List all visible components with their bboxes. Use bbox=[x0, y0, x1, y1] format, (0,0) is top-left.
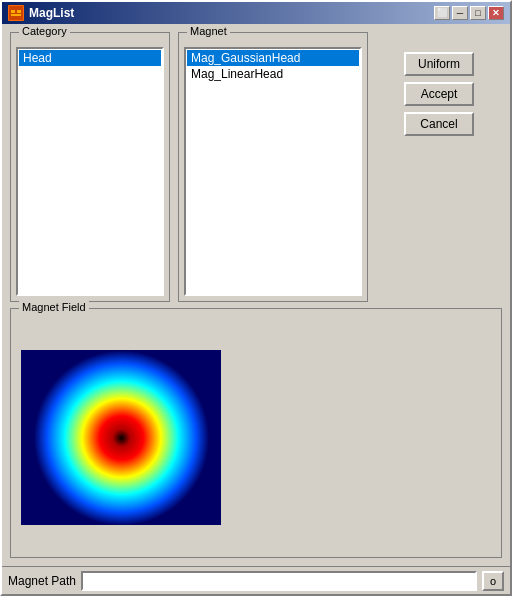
app-icon bbox=[8, 5, 24, 21]
magnet-field-label: Magnet Field bbox=[19, 301, 89, 313]
accept-button[interactable]: Accept bbox=[404, 82, 474, 106]
category-group: Category Head bbox=[10, 32, 170, 302]
main-window: MagList ⬜ ─ □ ✕ Category Head bbox=[0, 0, 512, 596]
restore-button[interactable]: ⬜ bbox=[434, 6, 450, 20]
magnet-field-group: Magnet Field bbox=[10, 308, 502, 558]
magnet-path-label: Magnet Path bbox=[8, 574, 76, 588]
title-bar-left: MagList bbox=[8, 5, 74, 21]
maximize-button[interactable]: □ bbox=[470, 6, 486, 20]
browse-button[interactable]: o bbox=[482, 571, 504, 591]
cancel-button[interactable]: Cancel bbox=[404, 112, 474, 136]
magnet-list-inner: Mag_GaussianHead Mag_LinearHead bbox=[187, 50, 359, 82]
window-title: MagList bbox=[29, 6, 74, 20]
minimize-button[interactable]: ─ bbox=[452, 6, 468, 20]
magnet-path-input[interactable] bbox=[81, 571, 477, 591]
window-content: Category Head Magnet Mag_GaussianHead bbox=[2, 24, 510, 566]
heatmap-canvas bbox=[21, 350, 221, 525]
magnet-listbox[interactable]: Mag_GaussianHead Mag_LinearHead bbox=[184, 47, 362, 296]
category-listbox-wrapper: Head bbox=[16, 47, 164, 296]
uniform-button[interactable]: Uniform bbox=[404, 52, 474, 76]
category-label: Category bbox=[19, 25, 70, 37]
svg-rect-1 bbox=[11, 10, 15, 13]
magnet-label: Magnet bbox=[187, 25, 230, 37]
buttons-panel: Uniform Accept Cancel bbox=[376, 32, 502, 302]
magnet-group: Magnet Mag_GaussianHead Mag_LinearHead bbox=[178, 32, 368, 302]
top-section: Category Head Magnet Mag_GaussianHead bbox=[10, 32, 502, 302]
magnet-listbox-wrapper: Mag_GaussianHead Mag_LinearHead bbox=[184, 47, 362, 296]
magnet-field-inner bbox=[16, 323, 496, 552]
svg-rect-2 bbox=[17, 10, 21, 13]
title-bar: MagList ⬜ ─ □ ✕ bbox=[2, 2, 510, 24]
list-item[interactable]: Mag_GaussianHead bbox=[187, 50, 359, 66]
svg-rect-3 bbox=[11, 14, 21, 16]
category-list-inner: Head bbox=[19, 50, 161, 66]
close-button[interactable]: ✕ bbox=[488, 6, 504, 20]
category-listbox[interactable]: Head bbox=[16, 47, 164, 296]
list-item[interactable]: Head bbox=[19, 50, 161, 66]
title-buttons: ⬜ ─ □ ✕ bbox=[434, 6, 504, 20]
footer-bar: Magnet Path o bbox=[2, 566, 510, 594]
list-item[interactable]: Mag_LinearHead bbox=[187, 66, 359, 82]
